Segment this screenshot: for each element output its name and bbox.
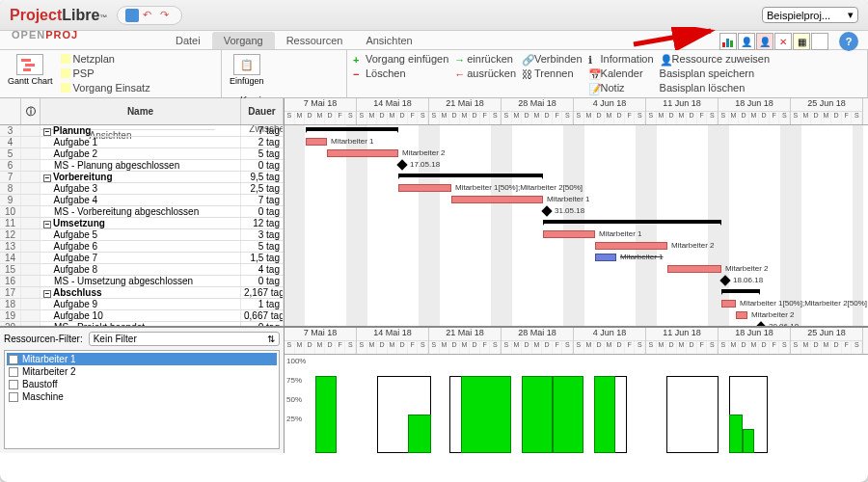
bar-aufgabe3[interactable] [398, 184, 451, 192]
ms-planung[interactable] [396, 159, 407, 170]
resource-item[interactable]: Baustoff [7, 378, 277, 390]
indent-button[interactable]: →einrücken [454, 52, 516, 66]
delete-baseline-button[interactable]: Basisplan löschen [660, 81, 771, 94]
table-row[interactable]: 15 Aufgabe 84 tag [0, 264, 284, 276]
netzplan-button[interactable]: Netzplan [61, 52, 150, 66]
col-duration[interactable]: Dauer [241, 98, 284, 124]
table-row[interactable]: 4 Aufgabe 12 tag [0, 137, 284, 148]
week-column: 4 Jun 18SMDMDFS [574, 98, 646, 124]
svg-rect-1 [722, 42, 725, 47]
table-row[interactable]: 10 MS - Vorbereitung abgeschlossen0 tag [0, 206, 284, 218]
ms-projekt[interactable] [755, 321, 766, 326]
tracking-view-icon[interactable]: 👤 [756, 33, 773, 50]
resource-list[interactable]: Mitarbeiter 1Mitarbeiter 2BaustoffMaschi… [4, 350, 280, 449]
checkbox-icon[interactable] [9, 380, 18, 389]
col-indicator[interactable]: ⓘ [21, 98, 41, 124]
bar-aufgabe5[interactable] [543, 230, 595, 238]
table-row[interactable]: 17−Abschluss2,167 tag [0, 287, 284, 299]
bar-aufgabe8[interactable] [667, 265, 721, 273]
summary-vorbereitung[interactable] [398, 174, 543, 177]
usage-icon [61, 83, 70, 93]
table-row[interactable]: 16 MS - Umsetzung abgeschlossen0 tag [0, 276, 284, 287]
menu-ansichten[interactable]: Ansichten [354, 32, 423, 49]
assign-resource-button[interactable]: 👤Ressource zuweisen [660, 52, 771, 66]
table-row[interactable]: 13 Aufgabe 65 tag [0, 241, 284, 253]
table-row[interactable]: 14 Aufgabe 71,5 tag [0, 253, 284, 264]
bar-aufgabe10[interactable] [736, 311, 747, 319]
calendar-view-icon[interactable]: ▦ [793, 33, 810, 50]
table-row[interactable]: 8 Aufgabe 32,5 tag [0, 183, 284, 195]
resource-item[interactable]: Mitarbeiter 1 [7, 353, 277, 365]
table-row[interactable]: 9 Aufgabe 47 tag [0, 195, 284, 206]
calendar-button[interactable]: 📅Kalender [588, 67, 654, 80]
unlink-icon: ⛓ [522, 68, 531, 78]
resource-item[interactable]: Mitarbeiter 2 [7, 365, 277, 378]
histo-bar [594, 376, 615, 453]
titlebar: ProjectLibre™ ↶ ↷ Beispielproj... ▾ [0, 0, 868, 31]
task-table-header: ⓘ Name Dauer [0, 98, 284, 125]
project-selector[interactable]: Beispielproj... ▾ [762, 7, 858, 23]
resource-view-icon[interactable]: 👤 [738, 33, 755, 50]
redo-icon[interactable]: ↷ [160, 9, 174, 22]
summary-abschluss[interactable] [721, 289, 760, 293]
menu-datei[interactable]: Datei [164, 32, 212, 49]
resource-filter-select[interactable]: Kein Filter ⇅ [89, 332, 280, 346]
chart-view-icon[interactable] [719, 33, 737, 50]
col-name[interactable]: Name [41, 98, 241, 124]
paste-button[interactable]: 📋 Einfügen [228, 52, 266, 88]
bar-aufgabe9[interactable] [721, 300, 736, 308]
blank-view-icon[interactable] [811, 33, 828, 50]
table-row[interactable]: 12 Aufgabe 53 tag [0, 229, 284, 241]
col-rownum[interactable] [0, 98, 21, 124]
main-area: ⓘ Name Dauer 3−Planung7 tag4 Aufgabe 12 … [0, 98, 868, 328]
resource-histogram[interactable]: 7 Mai 18SMDMDFS14 Mai 18SMDMDFS21 Mai 18… [285, 328, 868, 453]
table-row[interactable]: 20 MS - Projekt beendet0 tag [0, 322, 284, 326]
save-baseline-button[interactable]: Basisplan speichern [660, 67, 771, 80]
table-row[interactable]: 7−Vorbereitung9,5 tag [0, 172, 284, 183]
information-button[interactable]: ℹInformation [588, 52, 654, 66]
delete-task-button[interactable]: −Löschen [353, 67, 448, 80]
table-row[interactable]: 11−Umsetzung12 tag [0, 218, 284, 229]
checkbox-icon[interactable] [9, 392, 18, 402]
link-icon: 🔗 [522, 54, 531, 64]
table-row[interactable]: 19 Aufgabe 100,667 tag [0, 310, 284, 322]
week-column: 14 Mai 18SMDMDFS [357, 328, 429, 354]
table-row[interactable]: 6 MS - Planung abgeschlossen0 tag [0, 160, 284, 172]
notes-button[interactable]: 📝Notiz [588, 81, 654, 94]
bar-aufgabe7[interactable] [595, 254, 616, 261]
table-row[interactable]: 18 Aufgabe 91 tag [0, 299, 284, 310]
filter-label: Ressourcen-Filter: [4, 334, 83, 344]
link-button[interactable]: 🔗Verbinden [522, 52, 583, 66]
task-table-body[interactable]: 3−Planung7 tag4 Aufgabe 12 tag5 Aufgabe … [0, 125, 284, 326]
week-column: 18 Jun 18SMDMDFS [719, 328, 791, 354]
menu-vorgang[interactable]: Vorgang [212, 32, 275, 49]
week-column: 25 Jun 18SMDMDFS [791, 328, 863, 354]
unlink-button[interactable]: ⛓Trennen [522, 67, 583, 80]
vorgang-einsatz-button[interactable]: Vorgang Einsatz [61, 81, 150, 94]
outdent-button[interactable]: ←ausrücken [454, 67, 516, 80]
gantt-chart-button[interactable]: Gantt Chart [6, 52, 55, 88]
delete-view-icon[interactable]: ✕ [774, 33, 792, 50]
checkbox-icon[interactable] [9, 355, 18, 364]
undo-icon[interactable]: ↶ [143, 9, 156, 22]
resource-item[interactable]: Maschine [7, 390, 277, 403]
bar-aufgabe1[interactable] [306, 138, 327, 146]
bar-aufgabe4[interactable] [451, 196, 543, 203]
table-row[interactable]: 3−Planung7 tag [0, 125, 284, 137]
bar-aufgabe6[interactable] [595, 242, 667, 250]
table-row[interactable]: 5 Aufgabe 25 tag [0, 148, 284, 160]
checkbox-icon[interactable] [9, 367, 18, 377]
gantt-chart-label: Gantt Chart [8, 76, 53, 86]
gantt-chart[interactable]: 7 Mai 18SMDMDFS14 Mai 18SMDMDFS21 Mai 18… [285, 98, 868, 326]
summary-umsetzung[interactable] [543, 220, 721, 224]
psp-button[interactable]: PSP [61, 67, 150, 80]
week-column: 28 Mai 18SMDMDFS [502, 98, 574, 124]
label-aufgabe2: Mitarbeiter 2 [402, 148, 445, 157]
menu-ressourcen[interactable]: Ressourcen [275, 32, 355, 49]
insert-task-button[interactable]: +Vorgang einfügen [353, 52, 448, 66]
save-icon[interactable] [125, 9, 139, 22]
ms-vorbereitung[interactable] [541, 205, 552, 216]
bar-aufgabe2[interactable] [327, 149, 398, 157]
help-button[interactable]: ? [839, 32, 858, 51]
summary-planung[interactable] [306, 127, 398, 131]
